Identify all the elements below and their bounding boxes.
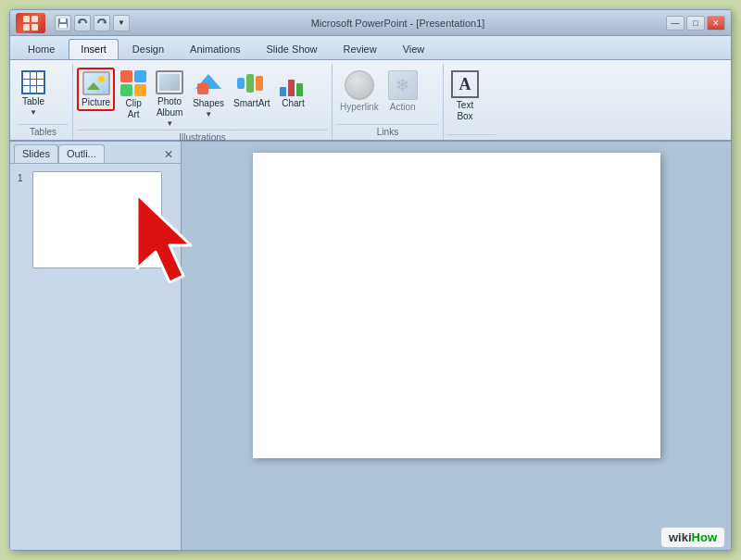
smartart-button[interactable]: SmartArt (230, 68, 273, 111)
shapes-icon (195, 70, 221, 96)
slides-tab-slides[interactable]: Slides (14, 144, 58, 163)
ribbon-group-text: A TextBox (444, 64, 499, 140)
undo-quick-button[interactable] (74, 15, 91, 31)
svg-rect-2 (59, 24, 67, 28)
picture-label: Picture (82, 97, 110, 108)
clipart-label: ClipArt (126, 98, 142, 120)
office-button[interactable] (16, 13, 45, 33)
shapes-button[interactable]: Shapes ▼ (189, 68, 228, 120)
table-label: Table (22, 96, 44, 107)
window-title: Microsoft PowerPoint - [Presentation1] (130, 18, 666, 29)
smartart-label: SmartArt (233, 98, 270, 109)
tables-items: Table ▼ (18, 66, 69, 124)
picture-icon (82, 71, 110, 95)
title-controls: — □ ✕ (666, 16, 725, 31)
ribbon-content: Table ▼ Tables Picture (14, 64, 727, 140)
textbox-icon: A (451, 70, 479, 98)
outer-frame: ▼ Microsoft PowerPoint - [Presentation1]… (0, 0, 741, 560)
illustrations-items: Picture ClipArt (77, 66, 328, 130)
textbox-label: TextBox (457, 100, 473, 122)
illustrations-group-label: Illustrations (77, 130, 328, 145)
hyperlink-button[interactable]: Hyperlink (336, 68, 383, 115)
hyperlink-label: Hyperlink (340, 102, 379, 113)
clipart-button[interactable]: ClipArt (117, 68, 150, 122)
tab-home[interactable]: Home (16, 39, 67, 59)
picture-button[interactable]: Picture (77, 68, 115, 111)
app-window: ▼ Microsoft PowerPoint - [Presentation1]… (9, 9, 732, 551)
links-items: Hyperlink ❄ Action (336, 66, 439, 124)
textbox-icon-shape: A (451, 70, 479, 98)
links-group-label: Links (336, 124, 439, 140)
table-icon (21, 70, 45, 94)
photoalbum-dropdown-arrow: ▼ (166, 119, 173, 128)
ribbon-group-illustrations: Picture ClipArt (73, 64, 333, 140)
svg-rect-1 (60, 19, 66, 22)
tab-animations[interactable]: Animations (178, 39, 252, 59)
textbox-button[interactable]: A TextBox (447, 68, 483, 124)
table-button[interactable]: Table ▼ (18, 68, 49, 118)
how-text: How (692, 530, 717, 544)
ribbon-body: Table ▼ Tables Picture (10, 60, 731, 142)
clipart-icon (120, 70, 146, 96)
save-quick-button[interactable] (55, 15, 71, 31)
slide-thumb-1[interactable] (32, 171, 162, 268)
ribbon-group-links: Hyperlink ❄ Action Links (333, 64, 444, 140)
photoalbum-icon (156, 70, 183, 94)
photoalbum-button[interactable]: PhotoAlbum ▼ (152, 68, 187, 130)
qa-dropdown-button[interactable]: ▼ (113, 15, 130, 31)
slides-panel-close[interactable]: ✕ (160, 146, 177, 163)
tables-group-label: Tables (18, 124, 69, 140)
redo-quick-button[interactable] (94, 15, 110, 31)
wikihow-badge: wikiHow (661, 528, 724, 547)
shapes-label: Shapes (193, 98, 224, 109)
slide-number-1: 1 (18, 171, 29, 183)
smartart-icon (237, 70, 267, 96)
action-button[interactable]: ❄ Action (384, 68, 421, 115)
office-logo (23, 16, 38, 31)
minimize-button[interactable]: — (666, 16, 684, 31)
slide-canvas-area (182, 142, 731, 550)
text-group-label (447, 134, 496, 140)
tab-view[interactable]: View (391, 39, 437, 59)
slide-thumbnail-1: 1 (18, 171, 173, 268)
tab-design[interactable]: Design (120, 39, 176, 59)
action-icon: ❄ (388, 70, 418, 100)
ribbon-tabs: Home Insert Design Animations Slide Show… (10, 36, 731, 60)
shapes-dropdown-arrow: ▼ (205, 110, 212, 118)
table-dropdown-arrow: ▼ (30, 108, 37, 117)
tab-review[interactable]: Review (332, 39, 389, 59)
slides-panel: Slides Outli... ✕ 1 (10, 142, 182, 550)
wiki-text: wiki (669, 530, 692, 544)
maximize-button[interactable]: □ (686, 16, 705, 31)
main-area: Slides Outli... ✕ 1 (10, 142, 731, 550)
action-icon-shape: ❄ (388, 70, 418, 100)
chart-icon (280, 70, 308, 96)
photoalbum-label: PhotoAlbum (157, 96, 182, 118)
title-bar: ▼ Microsoft PowerPoint - [Presentation1]… (10, 10, 731, 36)
chart-label: Chart (282, 98, 304, 109)
title-bar-left: ▼ (16, 13, 130, 33)
close-button[interactable]: ✕ (707, 16, 725, 31)
action-label: Action (390, 102, 416, 113)
ribbon-group-tables: Table ▼ Tables (14, 64, 73, 140)
tab-slideshow[interactable]: Slide Show (255, 39, 330, 59)
slide-canvas[interactable] (253, 153, 660, 458)
text-items: A TextBox (447, 66, 496, 134)
slides-tab-outline[interactable]: Outli... (58, 144, 105, 163)
chart-button[interactable]: Chart (276, 68, 311, 111)
hyperlink-icon (345, 70, 374, 100)
tab-insert[interactable]: Insert (69, 39, 119, 59)
quick-access-toolbar: ▼ (55, 15, 130, 31)
slides-list: 1 (10, 164, 181, 550)
